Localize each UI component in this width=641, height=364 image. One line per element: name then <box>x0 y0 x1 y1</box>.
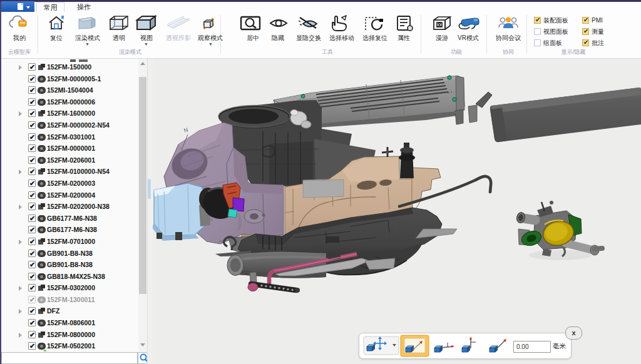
svg-text:ⓘ: ⓘ <box>408 27 413 31</box>
svg-text:N: N <box>183 126 189 134</box>
